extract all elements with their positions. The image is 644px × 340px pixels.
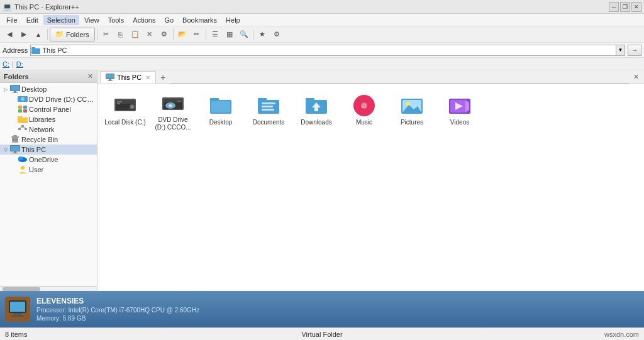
svg-rect-49 <box>177 101 181 102</box>
new-folder-button[interactable]: 📂 <box>175 28 189 41</box>
system-name: ELEVENSIES <box>36 297 199 305</box>
delete-button[interactable]: ✕ <box>143 28 157 41</box>
tab-this-pc[interactable]: This PC ✕ <box>100 71 156 84</box>
system-icon <box>5 297 30 322</box>
title-bar: 💻 This PC - Explorer++ ─ ❐ ✕ <box>0 0 644 14</box>
menu-tools[interactable]: Tools <box>104 15 128 25</box>
file-item-desktop[interactable]: Desktop <box>198 89 243 132</box>
svg-rect-52 <box>211 101 230 112</box>
address-dropdown-button[interactable]: ▼ <box>616 45 625 55</box>
folders-button[interactable]: 📁 Folders <box>50 28 95 41</box>
star-button[interactable]: ★ <box>255 28 269 41</box>
svg-rect-5 <box>13 92 18 93</box>
file-label-dvd: DVD Drive (D:) CCCO... <box>152 116 194 131</box>
file-item-local-disk[interactable]: Local Disk (C:) <box>103 89 148 132</box>
address-input[interactable] <box>41 47 616 54</box>
file-item-music[interactable]: ♫ Music <box>341 89 387 132</box>
menu-selection[interactable]: Selection <box>43 15 79 25</box>
svg-point-31 <box>18 156 23 160</box>
up-button[interactable]: ▲ <box>31 28 45 41</box>
documents-folder-icon <box>256 92 281 118</box>
tree-item-network[interactable]: Network <box>0 124 97 134</box>
tab-close-button[interactable]: ✕ <box>145 74 150 81</box>
tree-item-onedrive[interactable]: OneDrive <box>0 155 97 165</box>
folders-panel-header: Folders ✕ <box>0 70 97 83</box>
settings-button[interactable]: ⚙ <box>270 28 284 41</box>
menu-help[interactable]: Help <box>222 15 244 25</box>
expand-this-pc[interactable]: ▽ <box>3 146 9 153</box>
tree-item-this-pc[interactable]: ▽ This PC <box>0 145 97 155</box>
address-input-wrap: ▼ <box>30 45 625 56</box>
tree-item-dvd-drive[interactable]: DVD Drive (D:) CCCOMA_X64 <box>0 94 97 104</box>
expand-onedrive[interactable] <box>10 156 16 163</box>
svg-point-66 <box>406 102 410 106</box>
forward-button[interactable]: ▶ <box>17 28 31 41</box>
tree-item-desktop[interactable]: ▷ Desktop <box>0 84 97 94</box>
tree-item-user[interactable]: User <box>0 165 97 175</box>
expand-cp[interactable] <box>10 106 16 112</box>
properties-button[interactable]: ⚙ <box>157 28 171 41</box>
minimize-button[interactable]: ─ <box>609 2 619 12</box>
new-tab-button[interactable]: + <box>157 72 169 83</box>
svg-rect-16 <box>18 128 21 130</box>
expand-recycle[interactable] <box>3 136 9 143</box>
tab-label-this-pc: This PC <box>117 74 142 81</box>
menu-view[interactable]: View <box>80 15 103 25</box>
expand-user[interactable] <box>10 167 16 173</box>
folders-panel-close[interactable]: ✕ <box>87 72 93 80</box>
maximize-button[interactable]: ❐ <box>620 2 630 12</box>
back-button[interactable]: ◀ <box>3 28 16 41</box>
svg-rect-17 <box>25 128 27 130</box>
file-item-videos[interactable]: Videos <box>437 89 482 132</box>
menu-go[interactable]: Go <box>160 15 177 25</box>
file-item-pictures[interactable]: Pictures <box>389 89 435 132</box>
folders-tree: ▷ Desktop <box>0 83 97 286</box>
expand-network[interactable] <box>10 126 16 133</box>
expand-dvd[interactable] <box>10 96 16 102</box>
music-folder-icon: ♫ <box>352 92 377 118</box>
folders-scrollbar[interactable] <box>0 286 97 291</box>
menu-file[interactable]: File <box>3 15 21 25</box>
expand-desktop[interactable]: ▷ <box>3 86 9 92</box>
copy-button[interactable]: ⎘ <box>114 28 128 41</box>
search-button[interactable]: 🔍 <box>237 28 251 41</box>
path-d-link[interactable]: D: <box>16 60 23 68</box>
svg-rect-12 <box>23 109 27 112</box>
close-content-panel-button[interactable]: ✕ <box>630 72 641 83</box>
svg-rect-3 <box>11 85 19 90</box>
dvd-icon <box>18 95 28 104</box>
tree-item-libraries[interactable]: Libraries <box>0 114 97 124</box>
menu-actions[interactable]: Actions <box>129 15 159 25</box>
close-button[interactable]: ✕ <box>631 2 641 12</box>
paste-button[interactable]: 📋 <box>128 28 142 41</box>
file-item-documents[interactable]: Documents <box>246 89 291 132</box>
content-tab-bar: This PC ✕ + ✕ <box>97 70 644 84</box>
tree-item-recycle-bin[interactable]: Recycle Bin <box>0 134 97 145</box>
svg-rect-74 <box>14 313 21 315</box>
file-item-dvd-drive[interactable]: DVD Drive (D:) CCCO... <box>150 89 196 132</box>
svg-rect-27 <box>11 146 19 151</box>
tree-item-control-panel[interactable]: Control Panel <box>0 104 97 114</box>
view-details-button[interactable]: ▦ <box>223 28 236 41</box>
title-bar-controls: ─ ❐ ✕ <box>609 2 641 12</box>
expand-lib[interactable] <box>10 116 16 123</box>
svg-text:♫: ♫ <box>361 101 367 110</box>
svg-rect-15 <box>21 125 24 127</box>
rename-button[interactable]: ✏ <box>190 28 204 41</box>
scroll-thumb[interactable] <box>3 287 40 291</box>
svg-rect-9 <box>18 106 22 109</box>
downloads-folder-icon <box>304 92 329 118</box>
svg-rect-4 <box>14 91 16 92</box>
path-c-link[interactable]: C: <box>3 60 9 68</box>
view-list-button[interactable]: ☰ <box>208 28 222 41</box>
toolbar-separator-3 <box>173 29 174 40</box>
content-panel: This PC ✕ + ✕ <box>97 70 644 291</box>
cut-button[interactable]: ✂ <box>99 28 113 41</box>
file-item-downloads[interactable]: Downloads <box>294 89 339 132</box>
menu-bookmarks[interactable]: Bookmarks <box>179 15 221 25</box>
svg-rect-57 <box>262 109 274 111</box>
tree-label-libraries: Libraries <box>29 116 55 123</box>
address-go-button[interactable]: → <box>628 45 641 56</box>
svg-rect-59 <box>306 98 314 101</box>
menu-edit[interactable]: Edit <box>23 15 42 25</box>
